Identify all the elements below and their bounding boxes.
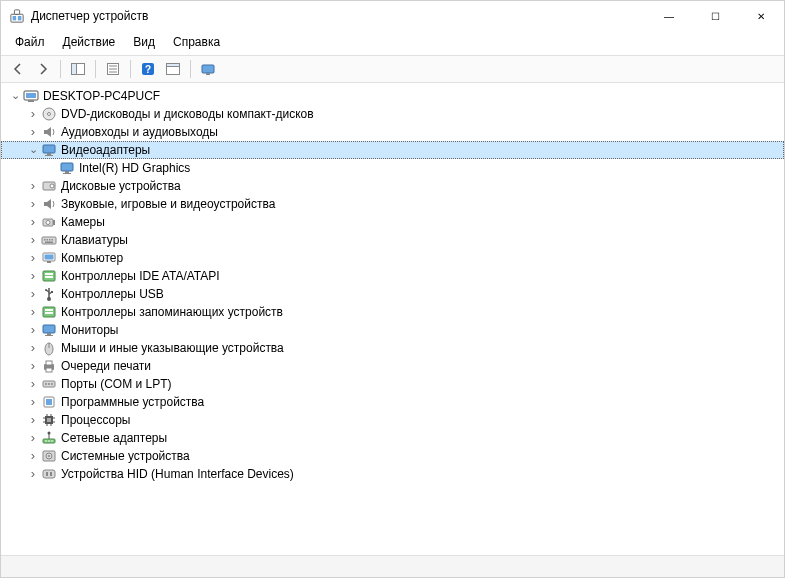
expand-icon[interactable] (25, 358, 41, 374)
tree-category[interactable]: Звуковые, игровые и видеоустройства (1, 195, 784, 213)
menu-view[interactable]: Вид (125, 33, 163, 51)
menubar: Файл Действие Вид Справка (1, 31, 784, 55)
svg-rect-18 (28, 100, 34, 102)
tree-category[interactable]: Очереди печати (1, 357, 784, 375)
expand-icon[interactable] (25, 448, 41, 464)
expand-icon[interactable] (25, 250, 41, 266)
minimize-button[interactable]: — (646, 1, 692, 31)
svg-rect-3 (14, 10, 19, 14)
help-button[interactable]: ? (137, 58, 159, 80)
node-label: Клавиатуры (61, 233, 128, 247)
svg-rect-40 (47, 261, 51, 263)
maximize-button[interactable]: ☐ (692, 1, 738, 31)
toolbar: ? (1, 55, 784, 83)
expand-icon[interactable] (25, 232, 41, 248)
svg-point-30 (46, 221, 50, 225)
speaker-icon (41, 196, 57, 212)
tree-category[interactable]: Камеры (1, 213, 784, 231)
svg-rect-37 (45, 242, 53, 244)
expand-icon[interactable] (25, 340, 41, 356)
app-icon (9, 8, 25, 24)
svg-rect-39 (45, 255, 54, 260)
tree-category[interactable]: Контроллеры USB (1, 285, 784, 303)
svg-rect-43 (45, 276, 53, 278)
cpu-icon (41, 412, 57, 428)
node-label: Компьютер (61, 251, 123, 265)
expand-icon[interactable] (25, 376, 41, 392)
svg-rect-31 (53, 220, 55, 225)
tree-root[interactable]: DESKTOP-PC4PUCF (1, 87, 784, 105)
close-button[interactable]: ✕ (738, 1, 784, 31)
expand-icon[interactable] (25, 196, 41, 212)
tree-category[interactable]: Программные устройства (1, 393, 784, 411)
expand-icon[interactable] (25, 412, 41, 428)
tree-device[interactable]: Intel(R) HD Graphics (1, 159, 784, 177)
expand-icon[interactable] (25, 322, 41, 338)
expand-icon[interactable] (25, 214, 41, 230)
tree-category[interactable]: Мыши и иные указывающие устройства (1, 339, 784, 357)
tree-category[interactable]: Клавиатуры (1, 231, 784, 249)
keyboard-icon (41, 232, 57, 248)
expand-icon[interactable] (25, 304, 41, 320)
refresh-button[interactable] (197, 58, 219, 80)
tree-category[interactable]: Аудиовходы и аудиовыходы (1, 123, 784, 141)
svg-rect-86 (50, 472, 52, 476)
expand-icon[interactable] (25, 394, 41, 410)
collapse-icon[interactable] (25, 142, 41, 158)
expand-icon[interactable] (25, 430, 41, 446)
svg-rect-22 (47, 153, 51, 155)
device-tree[interactable]: DESKTOP-PC4PUCFDVD-дисководы и дисководы… (1, 83, 784, 555)
svg-rect-52 (47, 333, 51, 335)
properties-button[interactable] (102, 58, 124, 80)
scan-hardware-button[interactable] (162, 58, 184, 80)
tree-category[interactable]: Компьютер (1, 249, 784, 267)
tree-category[interactable]: Мониторы (1, 321, 784, 339)
expand-icon[interactable] (25, 466, 41, 482)
svg-rect-1 (13, 16, 17, 20)
menu-help[interactable]: Справка (165, 33, 228, 51)
node-label: Камеры (61, 215, 105, 229)
expand-icon[interactable] (25, 178, 41, 194)
forward-button[interactable] (32, 58, 54, 80)
tree-category[interactable]: Контроллеры запоминающих устройств (1, 303, 784, 321)
node-label: Процессоры (61, 413, 131, 427)
svg-rect-34 (47, 239, 49, 241)
node-label: Очереди печати (61, 359, 151, 373)
window-controls: — ☐ ✕ (646, 1, 784, 31)
collapse-icon[interactable] (7, 88, 23, 104)
svg-point-83 (48, 455, 50, 457)
menu-action[interactable]: Действие (55, 33, 124, 51)
tree-category[interactable]: Устройства HID (Human Interface Devices) (1, 465, 784, 483)
svg-point-80 (51, 440, 53, 442)
node-label: Устройства HID (Human Interface Devices) (61, 467, 294, 481)
node-label: Программные устройства (61, 395, 204, 409)
expand-icon[interactable] (25, 124, 41, 140)
camera-icon (41, 214, 57, 230)
tree-category[interactable]: Сетевые адаптеры (1, 429, 784, 447)
node-label: Звуковые, игровые и видеоустройства (61, 197, 275, 211)
svg-rect-36 (52, 239, 54, 241)
expand-icon[interactable] (25, 286, 41, 302)
back-button[interactable] (7, 58, 29, 80)
expand-icon[interactable] (25, 106, 41, 122)
tree-category[interactable]: Дисковые устройства (1, 177, 784, 195)
tree-category[interactable]: Системные устройства (1, 447, 784, 465)
window-title: Диспетчер устройств (31, 9, 646, 23)
menu-file[interactable]: Файл (7, 33, 53, 51)
computer-root-icon (23, 88, 39, 104)
svg-point-62 (51, 383, 53, 385)
storage-icon (41, 304, 57, 320)
node-label: Контроллеры запоминающих устройств (61, 305, 283, 319)
expand-icon[interactable] (25, 268, 41, 284)
svg-rect-47 (51, 291, 53, 293)
port-icon (41, 376, 57, 392)
expander-spacer (43, 160, 59, 176)
svg-rect-51 (43, 325, 55, 333)
tree-category[interactable]: Порты (COM и LPT) (1, 375, 784, 393)
show-hide-tree-button[interactable] (67, 58, 89, 80)
tree-category[interactable]: Процессоры (1, 411, 784, 429)
tree-category[interactable]: Видеоадаптеры (1, 141, 784, 159)
hid-icon (41, 466, 57, 482)
tree-category[interactable]: DVD-дисководы и дисководы компакт-дисков (1, 105, 784, 123)
tree-category[interactable]: Контроллеры IDE ATA/ATAPI (1, 267, 784, 285)
